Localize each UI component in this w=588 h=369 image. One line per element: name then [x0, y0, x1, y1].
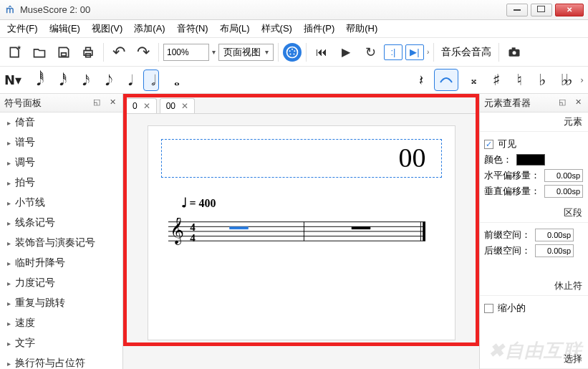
menu-edit[interactable]: 编辑(E) [45, 21, 85, 37]
app-icon: m̂ [4, 4, 16, 16]
leading-label: 前缀空间： [484, 229, 531, 241]
image-capture-button[interactable] [503, 42, 525, 63]
window-close-button[interactable]: ✕ [555, 4, 584, 16]
sharp-button[interactable]: ♯ [488, 71, 504, 89]
zoom-dropdown-icon[interactable]: ▾ [212, 48, 216, 56]
menu-layout[interactable]: 布局(L) [216, 21, 254, 37]
hoffset-input[interactable] [544, 169, 583, 182]
svg-text:★: ★ [16, 45, 21, 51]
palette-item-tempo[interactable]: ▸速度 [0, 313, 122, 333]
palette-item-breaks[interactable]: ▸换行符与占位符 [0, 353, 122, 369]
tie-button[interactable] [434, 69, 458, 91]
palette-item-text[interactable]: ▸文字 [0, 333, 122, 353]
save-button[interactable] [53, 42, 74, 63]
play-button[interactable]: ▶ [335, 42, 357, 63]
small-checkbox[interactable] [484, 304, 493, 313]
window-minimize-button[interactable] [506, 4, 528, 16]
tempo-text[interactable]: ♩ = 400 [181, 195, 216, 211]
score-page[interactable]: 00 ♩ = 400 [148, 125, 456, 340]
double-sharp-button[interactable]: 𝄪 [466, 73, 481, 87]
panel-undock-button[interactable]: ◱ [91, 97, 102, 109]
menu-help[interactable]: 帮助(H) [342, 21, 382, 37]
natural-button[interactable]: ♮ [511, 71, 527, 89]
svg-rect-1 [62, 52, 67, 55]
svg-rect-24 [423, 222, 425, 241]
loop-out-button[interactable]: ▶| [405, 44, 424, 60]
print-button[interactable] [77, 42, 99, 63]
voffset-input[interactable] [544, 185, 583, 198]
loop-in-button[interactable]: :| [384, 44, 403, 60]
palette-item-grace-notes[interactable]: ▸倚音 [0, 112, 122, 133]
zoom-input[interactable] [163, 44, 209, 61]
visible-label: 可见 [498, 138, 516, 150]
concert-pitch-button[interactable]: 音乐会音高 [438, 46, 494, 59]
svg-point-12 [513, 51, 516, 54]
menu-plugins[interactable]: 插件(P) [299, 21, 339, 37]
palette-item-key-signatures[interactable]: ▸调号 [0, 153, 122, 173]
chevron-right-icon: ▸ [7, 259, 11, 267]
staff[interactable]: 𝄞 4 4 [168, 218, 426, 246]
view-mode-select[interactable]: 页面视图 ▾ [218, 44, 274, 61]
midi-input-button[interactable] [283, 43, 302, 62]
svg-text:𝄞: 𝄞 [169, 218, 183, 245]
chevron-right-icon: ▸ [7, 119, 11, 127]
score-scroll[interactable]: 00 ♩ = 400 [123, 114, 479, 369]
palette-item-accidentals[interactable]: ▸临时升降号 [0, 253, 122, 273]
duration-8th-button[interactable]: 𝅘𝅥𝅮 [97, 72, 113, 89]
menu-add[interactable]: 添加(A) [130, 21, 169, 37]
double-flat-button[interactable]: ♭♭ [557, 71, 573, 89]
palette-item-time-signatures[interactable]: ▸拍号 [0, 173, 122, 193]
playback-overflow-icon[interactable]: › [427, 48, 429, 56]
leading-input[interactable] [535, 229, 574, 241]
tab-label: 0 [132, 101, 138, 111]
window-maximize-button[interactable] [531, 4, 552, 16]
open-button[interactable] [29, 42, 50, 63]
chevron-right-icon: ▸ [7, 340, 11, 348]
score-title[interactable]: 00 [399, 142, 426, 173]
panel-close-button[interactable]: ✕ [572, 97, 584, 109]
menu-style[interactable]: 样式(S) [257, 21, 297, 37]
inspector-title: 元素查看器 [484, 97, 552, 110]
menu-file[interactable]: 文件(F) [3, 21, 42, 37]
palette-item-barlines[interactable]: ▸小节线 [0, 193, 122, 213]
accidental-overflow-icon[interactable]: › [580, 75, 584, 85]
visible-checkbox[interactable]: ✓ [484, 140, 493, 149]
duration-whole-button[interactable]: 𝅝 [166, 72, 182, 89]
palette-item-articulations[interactable]: ▸装饰音与演奏记号 [0, 233, 122, 253]
close-tab-icon[interactable]: ✕ [143, 101, 150, 111]
flat-button[interactable]: ♭ [534, 71, 550, 89]
svg-text:4: 4 [190, 231, 196, 244]
menu-view[interactable]: 视图(V) [87, 21, 127, 37]
palettes-title: 符号面板 [4, 97, 87, 110]
duration-half-button[interactable]: 𝅗𝅥 [143, 70, 159, 91]
undo-button[interactable]: ↶ [108, 42, 130, 63]
duration-32nd-button[interactable]: 𝅘𝅥𝅰 [52, 72, 67, 89]
chevron-right-icon: ▸ [7, 239, 11, 247]
close-tab-icon[interactable]: ✕ [181, 101, 188, 111]
new-score-button[interactable]: ★ [4, 42, 26, 63]
loop-button[interactable]: ↻ [360, 42, 381, 63]
rest-button[interactable]: 𝄽 [411, 72, 427, 89]
duration-quarter-button[interactable]: 𝅘𝅥 [120, 72, 136, 89]
palettes-header: 符号面板 ◱ ✕ [0, 94, 122, 112]
palette-item-lines[interactable]: ▸线条记号 [0, 213, 122, 233]
menu-notes[interactable]: 音符(N) [173, 21, 213, 37]
palette-item-repeats[interactable]: ▸重复与跳转 [0, 293, 122, 313]
duration-16th-button[interactable]: 𝅘𝅥𝅯 [74, 72, 90, 89]
tempo-value: = 400 [190, 197, 216, 209]
svg-rect-25 [229, 226, 249, 229]
rewind-button[interactable]: ⏮ [311, 42, 332, 63]
section-segment: 区段 [480, 203, 588, 223]
duration-64th-button[interactable]: 𝅘𝅥𝅱 [29, 72, 44, 89]
doc-tab-00[interactable]: 00 ✕ [160, 98, 195, 113]
note-input-mode-button[interactable]: N▾ [4, 72, 21, 87]
panel-undock-button[interactable]: ◱ [556, 97, 568, 109]
color-swatch[interactable] [516, 154, 545, 166]
palette-item-dynamics[interactable]: ▸力度记号 [0, 273, 122, 293]
palette-item-clefs[interactable]: ▸谱号 [0, 133, 122, 153]
trailing-input[interactable] [535, 244, 574, 257]
redo-button[interactable]: ↷ [132, 42, 154, 63]
doc-tab-0[interactable]: 0 ✕ [126, 98, 157, 113]
inspector-panel: 元素查看器 ◱ ✕ 元素 ✓ 可见 颜色： 水平偏移量： [479, 94, 588, 369]
panel-close-button[interactable]: ✕ [107, 97, 118, 109]
